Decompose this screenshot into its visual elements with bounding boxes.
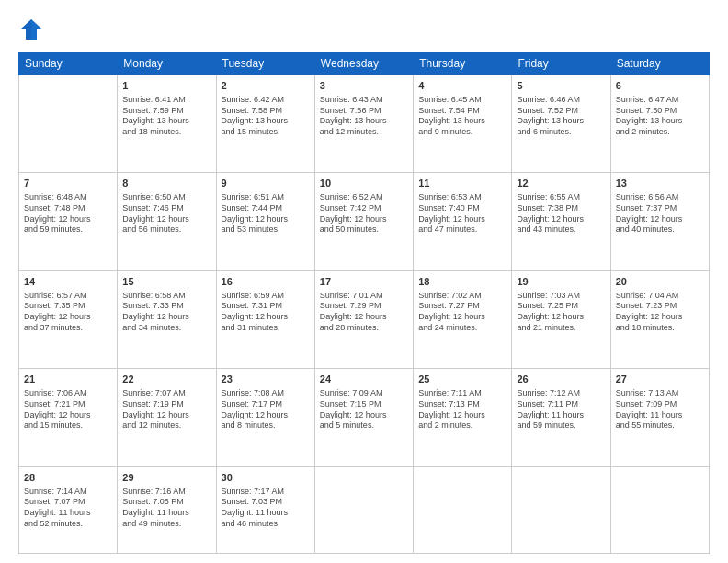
day-info: Sunrise: 7:14 AM Sunset: 7:07 PM Dayligh… <box>24 487 112 530</box>
day-info: Sunrise: 6:56 AM Sunset: 7:37 PM Dayligh… <box>616 192 704 236</box>
calendar-cell: 29Sunrise: 7:16 AM Sunset: 7:05 PM Dayli… <box>118 466 216 553</box>
day-number: 28 <box>24 471 112 485</box>
calendar-cell: 10Sunrise: 6:52 AM Sunset: 7:42 PM Dayli… <box>314 173 413 270</box>
day-number: 24 <box>320 373 408 386</box>
day-number: 21 <box>24 373 112 386</box>
calendar-cell: 25Sunrise: 7:11 AM Sunset: 7:13 PM Dayli… <box>414 369 512 466</box>
calendar-cell: 18Sunrise: 7:02 AM Sunset: 7:27 PM Dayli… <box>414 270 512 368</box>
calendar-cell: 17Sunrise: 7:01 AM Sunset: 7:29 PM Dayli… <box>314 270 413 368</box>
logo <box>18 17 48 42</box>
day-info: Sunrise: 7:13 AM Sunset: 7:09 PM Dayligh… <box>616 388 704 431</box>
calendar-cell: 9Sunrise: 6:51 AM Sunset: 7:44 PM Daylig… <box>216 173 314 270</box>
col-header-friday: Friday <box>512 52 610 75</box>
col-header-saturday: Saturday <box>610 52 709 75</box>
day-info: Sunrise: 6:57 AM Sunset: 7:35 PM Dayligh… <box>24 291 112 334</box>
day-number: 8 <box>122 177 210 190</box>
day-info: Sunrise: 6:50 AM Sunset: 7:46 PM Dayligh… <box>122 192 210 236</box>
day-number: 29 <box>122 471 210 485</box>
calendar-cell <box>314 466 413 553</box>
header <box>18 17 710 42</box>
calendar-cell <box>414 466 512 553</box>
day-number: 15 <box>122 275 210 289</box>
day-number: 17 <box>320 275 408 289</box>
calendar-cell: 8Sunrise: 6:50 AM Sunset: 7:46 PM Daylig… <box>118 173 216 270</box>
day-info: Sunrise: 6:46 AM Sunset: 7:52 PM Dayligh… <box>517 95 605 138</box>
day-info: Sunrise: 6:59 AM Sunset: 7:31 PM Dayligh… <box>222 291 310 334</box>
day-info: Sunrise: 6:53 AM Sunset: 7:40 PM Dayligh… <box>418 192 506 236</box>
day-number: 3 <box>320 79 408 93</box>
col-header-monday: Monday <box>118 52 216 75</box>
day-info: Sunrise: 6:55 AM Sunset: 7:38 PM Dayligh… <box>517 192 605 236</box>
calendar-cell: 1Sunrise: 6:41 AM Sunset: 7:59 PM Daylig… <box>118 75 216 173</box>
day-info: Sunrise: 6:51 AM Sunset: 7:44 PM Dayligh… <box>222 192 310 236</box>
day-number: 12 <box>517 177 605 190</box>
day-info: Sunrise: 7:08 AM Sunset: 7:17 PM Dayligh… <box>222 388 310 431</box>
day-info: Sunrise: 6:41 AM Sunset: 7:59 PM Dayligh… <box>122 95 210 138</box>
calendar-cell: 24Sunrise: 7:09 AM Sunset: 7:15 PM Dayli… <box>314 369 413 466</box>
day-number: 4 <box>418 79 506 93</box>
day-info: Sunrise: 6:52 AM Sunset: 7:42 PM Dayligh… <box>320 192 408 236</box>
calendar-cell <box>512 466 610 553</box>
calendar-cell: 11Sunrise: 6:53 AM Sunset: 7:40 PM Dayli… <box>414 173 512 270</box>
calendar-cell: 7Sunrise: 6:48 AM Sunset: 7:48 PM Daylig… <box>19 173 118 270</box>
day-info: Sunrise: 7:06 AM Sunset: 7:21 PM Dayligh… <box>24 388 112 431</box>
page: SundayMondayTuesdayWednesdayThursdayFrid… <box>0 0 728 563</box>
calendar-cell: 4Sunrise: 6:45 AM Sunset: 7:54 PM Daylig… <box>414 75 512 173</box>
day-number: 10 <box>320 177 408 190</box>
calendar-cell: 20Sunrise: 7:04 AM Sunset: 7:23 PM Dayli… <box>610 270 709 368</box>
calendar-cell: 6Sunrise: 6:47 AM Sunset: 7:50 PM Daylig… <box>610 75 709 173</box>
day-number: 25 <box>418 373 506 386</box>
day-number: 30 <box>222 471 310 485</box>
calendar-cell: 28Sunrise: 7:14 AM Sunset: 7:07 PM Dayli… <box>19 466 118 553</box>
day-number: 5 <box>517 79 605 93</box>
col-header-tuesday: Tuesday <box>216 52 314 75</box>
day-number: 20 <box>616 275 704 289</box>
calendar-cell: 12Sunrise: 6:55 AM Sunset: 7:38 PM Dayli… <box>512 173 610 270</box>
calendar-cell: 26Sunrise: 7:12 AM Sunset: 7:11 PM Dayli… <box>512 369 610 466</box>
day-info: Sunrise: 6:48 AM Sunset: 7:48 PM Dayligh… <box>24 192 112 236</box>
day-info: Sunrise: 6:42 AM Sunset: 7:58 PM Dayligh… <box>222 95 310 138</box>
day-number: 14 <box>24 275 112 289</box>
day-number: 26 <box>517 373 605 386</box>
calendar-cell: 22Sunrise: 7:07 AM Sunset: 7:19 PM Dayli… <box>118 369 216 466</box>
day-number: 6 <box>616 79 704 93</box>
day-info: Sunrise: 7:02 AM Sunset: 7:27 PM Dayligh… <box>418 291 506 334</box>
calendar-cell: 16Sunrise: 6:59 AM Sunset: 7:31 PM Dayli… <box>216 270 314 368</box>
calendar-cell: 13Sunrise: 6:56 AM Sunset: 7:37 PM Dayli… <box>610 173 709 270</box>
day-number: 9 <box>222 177 310 190</box>
day-number: 16 <box>222 275 310 289</box>
calendar-cell: 23Sunrise: 7:08 AM Sunset: 7:17 PM Dayli… <box>216 369 314 466</box>
calendar-cell: 5Sunrise: 6:46 AM Sunset: 7:52 PM Daylig… <box>512 75 610 173</box>
calendar-cell: 19Sunrise: 7:03 AM Sunset: 7:25 PM Dayli… <box>512 270 610 368</box>
calendar-cell: 27Sunrise: 7:13 AM Sunset: 7:09 PM Dayli… <box>610 369 709 466</box>
day-info: Sunrise: 7:07 AM Sunset: 7:19 PM Dayligh… <box>122 388 210 431</box>
svg-marker-1 <box>31 19 42 40</box>
logo-icon <box>18 17 44 42</box>
day-info: Sunrise: 6:45 AM Sunset: 7:54 PM Dayligh… <box>418 95 506 138</box>
day-number: 1 <box>122 79 210 93</box>
day-info: Sunrise: 7:12 AM Sunset: 7:11 PM Dayligh… <box>517 388 605 431</box>
day-info: Sunrise: 7:11 AM Sunset: 7:13 PM Dayligh… <box>418 388 506 431</box>
day-number: 23 <box>222 373 310 386</box>
day-number: 2 <box>222 79 310 93</box>
day-info: Sunrise: 7:01 AM Sunset: 7:29 PM Dayligh… <box>320 291 408 334</box>
day-number: 18 <box>418 275 506 289</box>
day-info: Sunrise: 7:17 AM Sunset: 7:03 PM Dayligh… <box>222 487 310 530</box>
day-info: Sunrise: 6:58 AM Sunset: 7:33 PM Dayligh… <box>122 291 210 334</box>
day-number: 19 <box>517 275 605 289</box>
calendar-cell: 15Sunrise: 6:58 AM Sunset: 7:33 PM Dayli… <box>118 270 216 368</box>
day-number: 7 <box>24 177 112 190</box>
day-info: Sunrise: 7:04 AM Sunset: 7:23 PM Dayligh… <box>616 291 704 334</box>
calendar-table: SundayMondayTuesdayWednesdayThursdayFrid… <box>18 52 710 554</box>
day-info: Sunrise: 6:47 AM Sunset: 7:50 PM Dayligh… <box>616 95 704 138</box>
calendar-cell: 2Sunrise: 6:42 AM Sunset: 7:58 PM Daylig… <box>216 75 314 173</box>
calendar-cell: 3Sunrise: 6:43 AM Sunset: 7:56 PM Daylig… <box>314 75 413 173</box>
calendar-cell: 21Sunrise: 7:06 AM Sunset: 7:21 PM Dayli… <box>19 369 118 466</box>
col-header-thursday: Thursday <box>414 52 512 75</box>
day-number: 13 <box>616 177 704 190</box>
day-info: Sunrise: 7:03 AM Sunset: 7:25 PM Dayligh… <box>517 291 605 334</box>
day-number: 22 <box>122 373 210 386</box>
col-header-wednesday: Wednesday <box>314 52 413 75</box>
calendar-cell <box>610 466 709 553</box>
col-header-sunday: Sunday <box>19 52 118 75</box>
